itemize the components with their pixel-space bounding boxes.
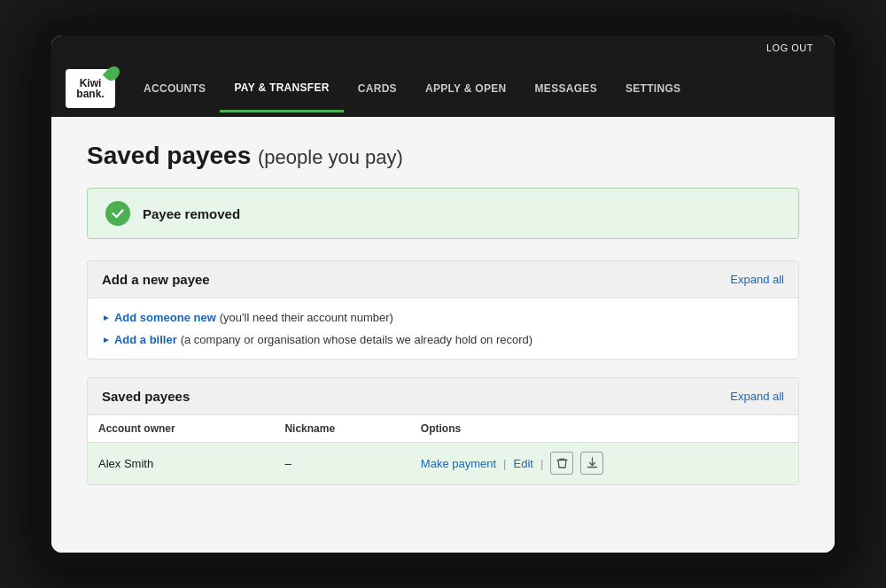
saved-payees-section: Saved payees Expand all Account owner Ni… — [87, 377, 799, 485]
add-payee-expand-all[interactable]: Expand all — [730, 273, 784, 286]
cell-options: Make payment | Edit | — [410, 443, 798, 484]
nav-cards[interactable]: CARDS — [344, 66, 411, 111]
main-content: Saved payees (people you pay) Payee remo… — [51, 117, 835, 553]
arrow-icon: ► — [102, 313, 111, 322]
page-title: Saved payees (people you pay) — [87, 142, 799, 170]
add-biller-link[interactable]: ► Add a biller (a company or organisatio… — [102, 333, 784, 346]
edit-link[interactable]: Edit — [513, 457, 532, 470]
cell-nickname: – — [274, 443, 409, 484]
saved-payees-expand-all[interactable]: Expand all — [730, 390, 784, 403]
top-bar: LOG OUT — [51, 35, 835, 60]
cell-account-owner: Alex Smith — [88, 443, 274, 484]
nav-pay-transfer[interactable]: PAY & TRANSFER — [220, 66, 343, 112]
logo-leaf-icon — [103, 64, 123, 84]
nav-bar: Kiwibank. ACCOUNTS PAY & TRANSFER CARDS … — [51, 60, 835, 117]
delete-button[interactable] — [550, 452, 573, 475]
logo-text: Kiwibank. — [76, 78, 104, 99]
separator-2: | — [540, 457, 543, 470]
col-nickname: Nickname — [274, 415, 409, 443]
success-banner: Payee removed — [87, 188, 799, 239]
col-account-owner: Account owner — [88, 415, 274, 443]
options-cell: Make payment | Edit | — [421, 452, 788, 475]
saved-payees-title: Saved payees — [102, 389, 190, 404]
logout-button[interactable]: LOG OUT — [766, 43, 813, 53]
add-payee-header: Add a new payee Expand all — [88, 261, 798, 298]
payees-table: Account owner Nickname Options Alex Smit… — [88, 415, 798, 484]
success-message: Payee removed — [143, 206, 240, 221]
table-row: Alex Smith – Make payment | Edit | — [88, 443, 798, 484]
nav-settings[interactable]: SETTINGS — [611, 66, 695, 111]
logo-container: Kiwibank. — [51, 60, 129, 117]
logo-box: Kiwibank. — [66, 69, 115, 108]
nav-messages[interactable]: MESSAGES — [521, 66, 611, 111]
table-header-row: Account owner Nickname Options — [88, 415, 798, 443]
success-icon — [105, 201, 130, 226]
arrow-icon-2: ► — [102, 335, 111, 344]
add-payee-section: Add a new payee Expand all ► Add someone… — [87, 260, 799, 360]
add-someone-new-link[interactable]: ► Add someone new (you'll need their acc… — [102, 311, 784, 324]
add-payee-title: Add a new payee — [102, 272, 210, 287]
download-button[interactable] — [580, 452, 603, 475]
saved-payees-header: Saved payees Expand all — [88, 378, 798, 415]
main-nav: ACCOUNTS PAY & TRANSFER CARDS APPLY & OP… — [129, 66, 820, 112]
col-options: Options — [410, 415, 798, 443]
separator-1: | — [503, 457, 506, 470]
nav-apply-open[interactable]: APPLY & OPEN — [411, 66, 521, 111]
make-payment-link[interactable]: Make payment — [421, 457, 496, 470]
nav-accounts[interactable]: ACCOUNTS — [129, 66, 220, 111]
add-payee-body: ► Add someone new (you'll need their acc… — [88, 298, 798, 359]
